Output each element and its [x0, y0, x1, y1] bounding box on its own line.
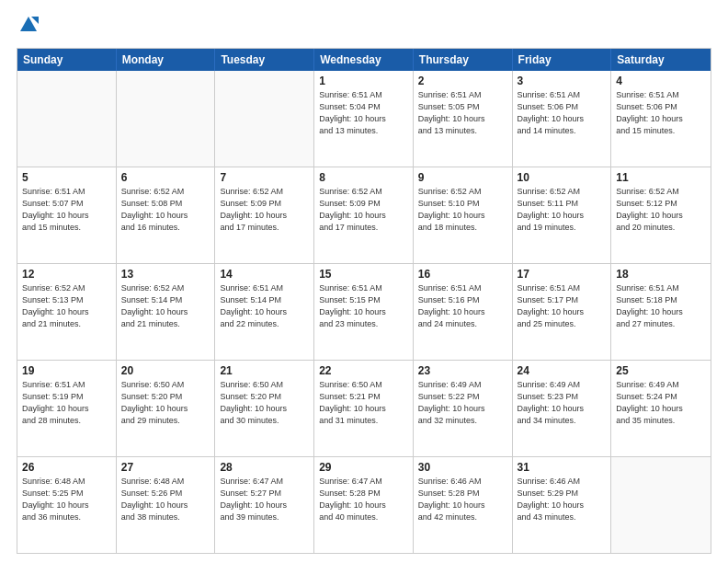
day-number: 19: [22, 364, 111, 377]
cell-line: and 30 minutes.: [220, 415, 309, 427]
calendar-row-3: 19Sunrise: 6:51 AMSunset: 5:19 PMDayligh…: [17, 361, 711, 457]
day-number: 9: [418, 171, 507, 184]
cell-line: Sunset: 5:14 PM: [220, 294, 309, 306]
cell-line: Sunrise: 6:51 AM: [22, 379, 111, 391]
day-number: 31: [518, 461, 607, 474]
cell-line: Daylight: 10 hours: [616, 403, 706, 415]
cell-line: Sunset: 5:11 PM: [518, 198, 607, 210]
day-number: 12: [22, 268, 111, 281]
cell-line: and 14 minutes.: [518, 125, 607, 137]
cell-line: Sunset: 5:06 PM: [616, 101, 706, 113]
cell-line: Sunrise: 6:51 AM: [518, 89, 607, 101]
cell-line: Sunset: 5:09 PM: [319, 198, 408, 210]
cell-line: Daylight: 10 hours: [518, 500, 607, 511]
cell-line: Daylight: 10 hours: [220, 403, 309, 415]
day-cell-23: 23Sunrise: 6:49 AMSunset: 5:22 PMDayligh…: [414, 361, 513, 456]
cell-line: Sunrise: 6:52 AM: [418, 186, 507, 198]
cell-line: Sunrise: 6:51 AM: [518, 282, 607, 294]
empty-cell: [215, 71, 314, 167]
cell-line: and 43 minutes.: [518, 511, 607, 523]
cell-line: and 23 minutes.: [319, 318, 408, 330]
cell-line: Sunrise: 6:51 AM: [319, 89, 408, 101]
cell-line: Sunset: 5:23 PM: [518, 391, 607, 403]
cell-line: and 25 minutes.: [518, 318, 607, 330]
cell-line: Sunrise: 6:52 AM: [22, 282, 111, 294]
calendar: SundayMondayTuesdayWednesdayThursdayFrid…: [17, 48, 711, 554]
cell-line: Daylight: 10 hours: [518, 306, 607, 318]
day-number: 28: [220, 461, 309, 474]
cell-line: Sunrise: 6:48 AM: [22, 476, 111, 488]
day-number: 13: [121, 268, 210, 281]
day-cell-24: 24Sunrise: 6:49 AMSunset: 5:23 PMDayligh…: [513, 361, 612, 456]
day-number: 24: [518, 364, 607, 377]
cell-line: and 39 minutes.: [220, 511, 309, 523]
header-day-wednesday: Wednesday: [314, 49, 414, 71]
cell-line: and 21 minutes.: [22, 318, 111, 330]
cell-line: Sunset: 5:16 PM: [418, 294, 507, 306]
header-day-thursday: Thursday: [414, 49, 513, 71]
cell-line: Daylight: 10 hours: [22, 210, 111, 222]
cell-line: Sunrise: 6:51 AM: [319, 282, 408, 294]
day-number: 25: [616, 364, 706, 377]
day-number: 17: [518, 268, 607, 281]
svg-marker-1: [31, 17, 39, 24]
calendar-header: SundayMondayTuesdayWednesdayThursdayFrid…: [17, 49, 711, 71]
cell-line: and 32 minutes.: [418, 415, 507, 427]
day-cell-10: 10Sunrise: 6:52 AMSunset: 5:11 PMDayligh…: [513, 167, 612, 263]
cell-line: Sunset: 5:13 PM: [22, 294, 111, 306]
cell-line: Daylight: 10 hours: [319, 210, 408, 222]
cell-line: Sunrise: 6:52 AM: [121, 282, 210, 294]
cell-line: Daylight: 10 hours: [121, 306, 210, 318]
cell-line: Sunset: 5:20 PM: [121, 391, 210, 403]
calendar-body: 1Sunrise: 6:51 AMSunset: 5:04 PMDaylight…: [17, 71, 711, 553]
cell-line: and 19 minutes.: [518, 222, 607, 234]
cell-line: Sunset: 5:05 PM: [418, 101, 507, 113]
header-day-sunday: Sunday: [17, 49, 117, 71]
day-number: 10: [518, 171, 607, 184]
cell-line: Daylight: 10 hours: [518, 113, 607, 125]
cell-line: Sunrise: 6:46 AM: [518, 476, 607, 488]
cell-line: Daylight: 10 hours: [616, 113, 706, 125]
cell-line: Sunrise: 6:52 AM: [121, 186, 210, 198]
cell-line: and 28 minutes.: [22, 415, 111, 427]
cell-line: Daylight: 10 hours: [22, 500, 111, 511]
header-day-tuesday: Tuesday: [215, 49, 314, 71]
header: [17, 15, 711, 39]
cell-line: Sunrise: 6:48 AM: [121, 476, 210, 488]
cell-line: Daylight: 10 hours: [616, 210, 706, 222]
cell-line: Sunrise: 6:46 AM: [418, 476, 507, 488]
day-number: 23: [418, 364, 507, 377]
day-cell-25: 25Sunrise: 6:49 AMSunset: 5:24 PMDayligh…: [611, 361, 711, 456]
cell-line: and 15 minutes.: [22, 222, 111, 234]
page: SundayMondayTuesdayWednesdayThursdayFrid…: [0, 0, 728, 563]
cell-line: Daylight: 10 hours: [418, 113, 507, 125]
cell-line: Sunset: 5:15 PM: [319, 294, 408, 306]
day-number: 16: [418, 268, 507, 281]
day-number: 5: [22, 171, 111, 184]
cell-line: Sunrise: 6:49 AM: [616, 379, 706, 391]
day-cell-6: 6Sunrise: 6:52 AMSunset: 5:08 PMDaylight…: [117, 167, 216, 263]
cell-line: Sunset: 5:10 PM: [418, 198, 507, 210]
day-number: 2: [418, 75, 507, 87]
cell-line: Sunrise: 6:50 AM: [319, 379, 408, 391]
calendar-row-1: 5Sunrise: 6:51 AMSunset: 5:07 PMDaylight…: [17, 167, 711, 264]
calendar-row-4: 26Sunrise: 6:48 AMSunset: 5:25 PMDayligh…: [17, 457, 711, 553]
day-number: 6: [121, 171, 210, 184]
cell-line: Sunrise: 6:51 AM: [220, 282, 309, 294]
cell-line: and 40 minutes.: [319, 511, 408, 523]
cell-line: and 16 minutes.: [121, 222, 210, 234]
day-cell-31: 31Sunrise: 6:46 AMSunset: 5:29 PMDayligh…: [513, 457, 612, 553]
calendar-row-2: 12Sunrise: 6:52 AMSunset: 5:13 PMDayligh…: [17, 264, 711, 361]
day-cell-2: 2Sunrise: 6:51 AMSunset: 5:05 PMDaylight…: [414, 71, 513, 167]
cell-line: and 21 minutes.: [121, 318, 210, 330]
cell-line: Sunset: 5:12 PM: [616, 198, 706, 210]
cell-line: Daylight: 10 hours: [121, 210, 210, 222]
cell-line: Sunset: 5:14 PM: [121, 294, 210, 306]
day-cell-8: 8Sunrise: 6:52 AMSunset: 5:09 PMDaylight…: [314, 167, 414, 263]
empty-cell: [17, 71, 117, 167]
cell-line: Sunset: 5:20 PM: [220, 391, 309, 403]
day-cell-26: 26Sunrise: 6:48 AMSunset: 5:25 PMDayligh…: [17, 457, 117, 553]
cell-line: Sunrise: 6:51 AM: [616, 89, 706, 101]
day-cell-1: 1Sunrise: 6:51 AMSunset: 5:04 PMDaylight…: [314, 71, 414, 167]
cell-line: Daylight: 10 hours: [22, 403, 111, 415]
